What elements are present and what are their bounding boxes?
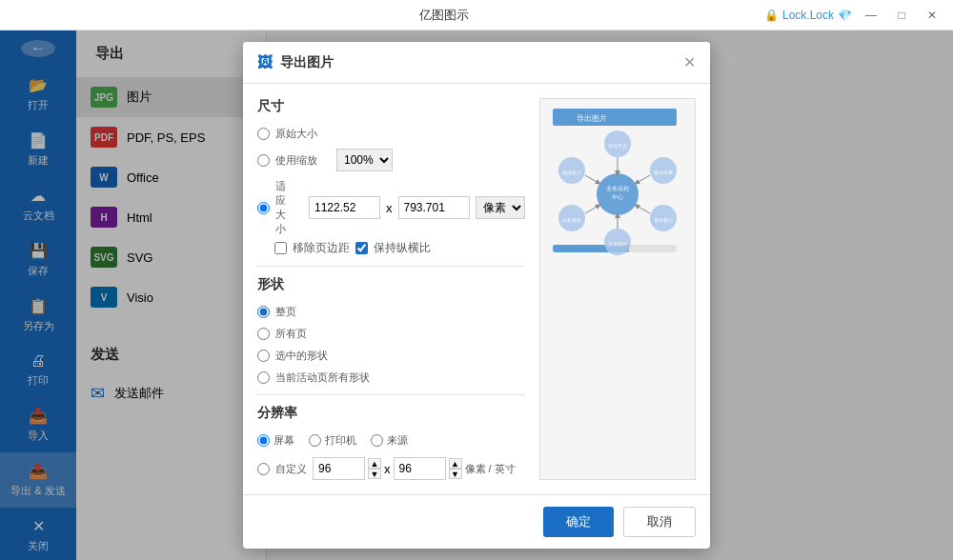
svg-text:反馈循环: 反馈循环: [608, 241, 627, 247]
shape-current-label: 当前活动页所有形状: [275, 370, 370, 385]
shape-page-label: 整页: [275, 305, 296, 319]
svg-text:中心: 中心: [612, 193, 623, 200]
original-size-radio[interactable]: [257, 128, 270, 140]
dpi-printer-radio[interactable]: [309, 434, 321, 447]
scale-option: 使用缩放 100% 50% 200%: [257, 149, 525, 171]
size-inputs: x 像素 毫米: [309, 196, 525, 219]
dpi-screen-option[interactable]: 屏幕: [257, 433, 294, 448]
dpi-custom-label: 自定义: [275, 462, 307, 476]
scale-select[interactable]: 100% 50% 200%: [336, 149, 393, 171]
dpi-x-sep: x: [384, 462, 391, 476]
dpi-section-title: 分辨率: [257, 405, 525, 422]
svg-line-22: [637, 175, 650, 183]
shape-page-option[interactable]: 整页: [257, 305, 525, 319]
divider-1: [257, 266, 525, 267]
cancel-button[interactable]: 取消: [623, 507, 696, 537]
shape-all-option[interactable]: 所有页: [257, 327, 525, 341]
unit-select[interactable]: 像素 毫米: [476, 196, 525, 219]
height-input[interactable]: [398, 196, 470, 219]
confirm-button[interactable]: 确定: [543, 507, 614, 537]
svg-text:系统接口: 系统接口: [654, 217, 673, 223]
margin-checkbox-row: 移除页边距 保持纵横比: [274, 240, 525, 256]
dpi-unit-label: 像素 / 英寸: [465, 462, 516, 476]
dpi-h-down[interactable]: ▼: [449, 469, 462, 479]
divider-2: [257, 394, 525, 395]
shape-current-radio[interactable]: [257, 371, 270, 384]
shape-selected-radio[interactable]: [257, 350, 270, 362]
dialog-close-button[interactable]: ✕: [683, 53, 696, 71]
fit-size-radio[interactable]: [257, 202, 270, 214]
dpi-h-input[interactable]: [394, 457, 446, 480]
dpi-w-input[interactable]: [313, 457, 365, 480]
scale-radio-group[interactable]: 使用缩放: [257, 153, 317, 168]
dialog-body: 尺寸 原始大小 使用缩放 100% 50% 200%: [243, 84, 710, 494]
keep-ratio-label: 保持纵横比: [374, 240, 431, 256]
dpi-screen-radio[interactable]: [257, 434, 270, 447]
dpi-w-up[interactable]: ▲: [368, 458, 381, 469]
remove-margin-checkbox[interactable]: [274, 242, 287, 254]
dpi-options-row: 屏幕 打印机 来源: [257, 433, 525, 448]
lock-label: Lock.Lock: [782, 9, 834, 22]
svg-text:分析模块: 分析模块: [562, 217, 581, 223]
dpi-source-option[interactable]: 来源: [371, 433, 408, 448]
dialog-title: 🖼 导出图片: [257, 54, 334, 71]
svg-line-23: [637, 206, 650, 213]
size-section-title: 尺寸: [257, 98, 525, 115]
shape-all-label: 所有页: [275, 327, 307, 341]
maximize-button[interactable]: □: [890, 4, 913, 27]
dpi-h-spinner[interactable]: ▲ ▼: [449, 458, 462, 479]
width-input[interactable]: [309, 196, 380, 219]
lock-area[interactable]: 🔒 Lock.Lock 💎: [764, 9, 852, 22]
titlebar: 亿图图示 🔒 Lock.Lock 💎 — □ ✕: [0, 0, 953, 30]
dpi-w-spinner[interactable]: ▲ ▼: [368, 458, 381, 479]
original-size-option[interactable]: 原始大小: [257, 127, 525, 141]
dialog-overlay: 🖼 导出图片 ✕ 尺寸 原始大小 使用缩放: [0, 30, 953, 560]
svg-text:导出图片: 导出图片: [577, 114, 607, 123]
shape-all-radio[interactable]: [257, 328, 270, 340]
dpi-source-label: 来源: [387, 433, 408, 448]
dialog-footer: 确定 取消: [243, 494, 710, 549]
shape-page-radio[interactable]: [257, 306, 270, 318]
scale-label: 使用缩放: [275, 153, 317, 168]
svg-line-21: [585, 206, 598, 213]
dpi-printer-option[interactable]: 打印机: [309, 433, 356, 448]
preview-container: 导出图片 业务流程 中心 流程节点 数据输入: [540, 99, 696, 479]
close-button[interactable]: ✕: [921, 4, 943, 27]
size-x-separator: x: [386, 201, 393, 215]
dialog-preview: 导出图片 业务流程 中心 流程节点 数据输入: [539, 98, 697, 480]
diamond-icon: 💎: [838, 9, 852, 22]
dialog-title-text: 导出图片: [280, 54, 334, 71]
shape-current-option[interactable]: 当前活动页所有形状: [257, 370, 525, 385]
dpi-screen-label: 屏幕: [274, 433, 294, 448]
dpi-source-radio[interactable]: [371, 434, 383, 447]
original-size-label: 原始大小: [275, 127, 317, 141]
shape-selected-option[interactable]: 选中的形状: [257, 349, 525, 363]
svg-text:输出结果: 输出结果: [654, 170, 673, 175]
shape-selected-label: 选中的形状: [275, 349, 328, 363]
shape-options: 整页 所有页 选中的形状 当前活动页所有形状: [257, 305, 525, 385]
svg-text:业务流程: 业务流程: [606, 185, 629, 191]
lock-icon: 🔒: [764, 9, 779, 22]
keep-ratio-checkbox[interactable]: [355, 242, 368, 254]
dpi-custom-inputs: ▲ ▼ x ▲ ▼ 像素 / 英寸: [313, 457, 516, 480]
fit-size-option[interactable]: 适应大小 x 像素 毫米: [257, 179, 525, 236]
dpi-w-down[interactable]: ▼: [368, 469, 381, 479]
svg-text:流程节点: 流程节点: [608, 143, 627, 149]
dialog-title-icon: 🖼: [257, 54, 273, 71]
svg-line-20: [585, 175, 598, 183]
dpi-custom-radio[interactable]: [257, 463, 270, 475]
dialog-left-panel: 尺寸 原始大小 使用缩放 100% 50% 200%: [257, 98, 525, 480]
svg-text:数据输入: 数据输入: [562, 170, 581, 175]
scale-radio[interactable]: [257, 154, 270, 167]
dpi-h-up[interactable]: ▲: [449, 458, 462, 469]
titlebar-controls: 🔒 Lock.Lock 💎 — □ ✕: [764, 4, 943, 27]
remove-margin-label: 移除页边距: [293, 240, 350, 256]
fit-size-label: 适应大小: [275, 179, 286, 236]
export-dialog: 🖼 导出图片 ✕ 尺寸 原始大小 使用缩放: [243, 42, 710, 549]
minimize-button[interactable]: —: [860, 4, 882, 27]
dialog-header: 🖼 导出图片 ✕: [243, 42, 710, 84]
svg-rect-0: [553, 109, 677, 126]
preview-svg: 导出图片 业务流程 中心 流程节点 数据输入: [543, 104, 691, 285]
shape-section-title: 形状: [257, 276, 525, 293]
app-title: 亿图图示: [124, 7, 764, 24]
